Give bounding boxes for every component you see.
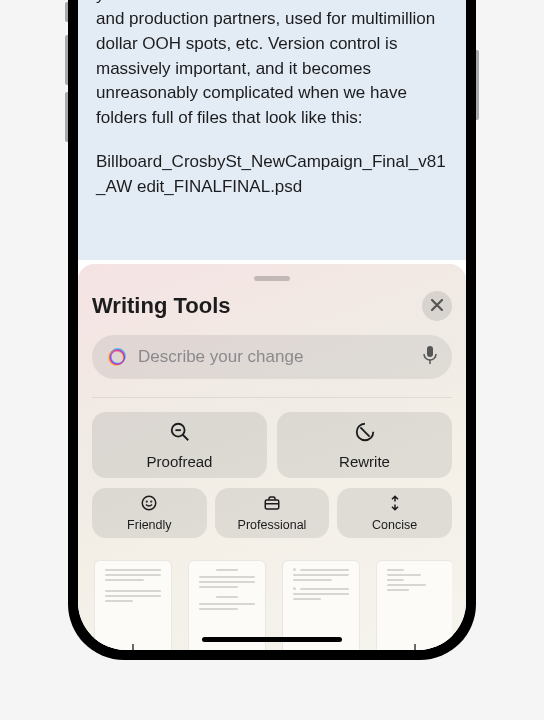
side-button (65, 35, 68, 85)
home-indicator[interactable] (202, 637, 342, 642)
template-card[interactable] (94, 560, 172, 650)
sheet-title: Writing Tools (92, 293, 231, 319)
professional-button[interactable]: Professional (215, 488, 330, 538)
side-button (65, 92, 68, 142)
action-label: Proofread (147, 453, 213, 470)
document-content[interactable]: kicked off this project. Surely I needn'… (78, 0, 466, 260)
divider (92, 397, 452, 398)
screen: kicked off this project. Surely I needn'… (78, 0, 466, 650)
concise-button[interactable]: Concise (337, 488, 452, 538)
svg-point-3 (111, 351, 125, 365)
svg-rect-4 (427, 346, 433, 357)
smile-icon (140, 494, 158, 516)
filename-text: Billboard_CrosbySt_NewCampaign_Final_v81… (96, 150, 448, 199)
svg-line-10 (360, 427, 369, 436)
svg-point-12 (147, 501, 148, 502)
describe-change-input[interactable] (138, 347, 412, 367)
body-text: kicked off this project. Surely I needn'… (96, 0, 448, 130)
template-card[interactable] (376, 560, 452, 650)
apple-intelligence-icon (106, 346, 128, 368)
svg-point-13 (151, 501, 152, 502)
arrow-down-icon (409, 643, 421, 650)
close-icon (431, 298, 443, 314)
concise-icon (386, 494, 404, 516)
svg-point-11 (143, 496, 157, 510)
action-label: Friendly (127, 518, 171, 532)
svg-line-7 (182, 434, 188, 440)
side-button (65, 2, 68, 22)
close-button[interactable] (422, 291, 452, 321)
describe-change-input-wrap[interactable] (92, 335, 452, 379)
side-button (476, 50, 479, 120)
rewrite-button[interactable]: Rewrite (277, 412, 452, 478)
action-label: Concise (372, 518, 417, 532)
magnifying-glass-icon (169, 421, 191, 447)
phone-frame: kicked off this project. Surely I needn'… (68, 0, 476, 660)
friendly-button[interactable]: Friendly (92, 488, 207, 538)
microphone-icon[interactable] (422, 345, 438, 369)
briefcase-icon (263, 494, 281, 516)
arrow-down-icon (127, 643, 139, 650)
writing-tools-sheet: Writing Tools (78, 264, 466, 650)
sheet-grabber[interactable] (254, 276, 290, 281)
action-label: Professional (238, 518, 307, 532)
rewrite-icon (354, 421, 376, 447)
action-label: Rewrite (339, 453, 390, 470)
proofread-button[interactable]: Proofread (92, 412, 267, 478)
